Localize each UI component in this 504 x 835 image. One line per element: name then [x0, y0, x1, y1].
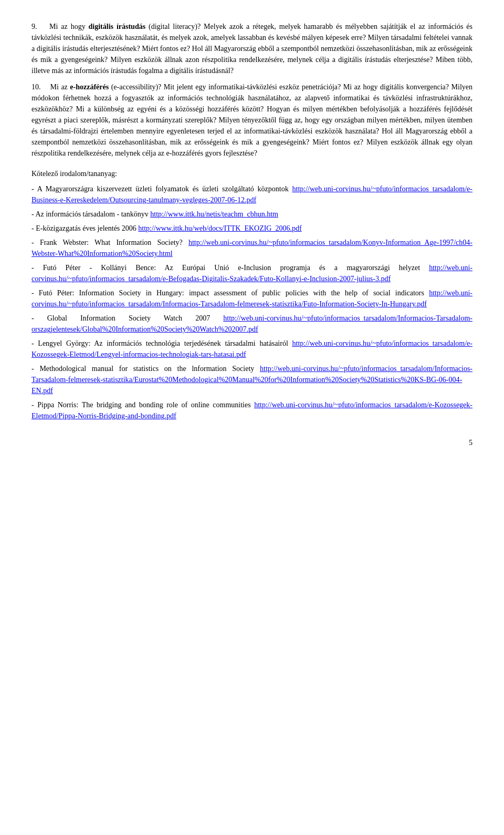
- bib-item-8: - Lengyel György: Az információs technol…: [32, 338, 472, 360]
- bib-item-4-prefix: - Frank Webster: What Information Societ…: [32, 239, 188, 246]
- bib-item-9: - Methodological manual for statistics o…: [32, 363, 472, 396]
- bib-item-6-prefix: - Futó Péter: Information Society in Hun…: [32, 289, 429, 297]
- bib-item-9-prefix: - Methodological manual for statistics o…: [32, 365, 260, 373]
- bib-item-3: - E-közigazgatás éves jelentés 2006 http…: [32, 223, 472, 234]
- question-10-text: 10. Mi az e-hozzáférés (e-accessibility)…: [32, 81, 472, 159]
- question-9: 9. Mi az hogy digitális írástudás (digit…: [32, 21, 472, 76]
- bibliography-title: Kötelező irodalom/tananyag:: [32, 168, 472, 179]
- bib-item-2-prefix: - Az információs társadalom - tankönyv: [32, 210, 150, 218]
- bib-item-1-prefix: - A Magyarországra kiszervezett üzleti f…: [32, 185, 292, 193]
- bib-item-6: - Futó Péter: Information Society in Hun…: [32, 287, 472, 310]
- bib-item-7: - Global Information Society Watch 2007 …: [32, 313, 472, 335]
- question-10: 10. Mi az e-hozzáférés (e-accessibility)…: [32, 81, 472, 159]
- bib-item-10-prefix: - Pippa Norris: The bridging and bonding…: [32, 401, 254, 409]
- bibliography: Kötelező irodalom/tananyag: - A Magyaror…: [32, 168, 472, 421]
- bib-item-3-prefix: - E-közigazgatás éves jelentés 2006: [32, 224, 138, 232]
- bib-item-5-prefix: - Futó Péter - Kollányi Bence: Az Európa…: [32, 264, 429, 272]
- bib-item-4: - Frank Webster: What Information Societ…: [32, 237, 472, 259]
- main-content: 9. Mi az hogy digitális írástudás (digit…: [32, 21, 472, 448]
- question-9-text: 9. Mi az hogy digitális írástudás (digit…: [32, 21, 472, 76]
- bib-link-3[interactable]: http://www.ittk.hu/web/docs/ITTK_EKOZIG_…: [138, 224, 301, 232]
- page-number: 5: [32, 437, 472, 448]
- bib-item-5: - Futó Péter - Kollányi Bence: Az Európa…: [32, 262, 472, 284]
- bib-item-10: - Pippa Norris: The bridging and bonding…: [32, 399, 472, 421]
- bib-item-1: - A Magyarországra kiszervezett üzleti f…: [32, 183, 472, 205]
- bib-item-8-prefix: - Lengyel György: Az információs technol…: [32, 339, 292, 347]
- bib-item-2: - Az információs társadalom - tankönyv h…: [32, 209, 472, 220]
- bib-link-2[interactable]: http://www.ittk.hu/netis/teachm_cbhun.ht…: [150, 210, 278, 218]
- bib-item-7-prefix: - Global Information Society Watch 2007: [32, 314, 223, 322]
